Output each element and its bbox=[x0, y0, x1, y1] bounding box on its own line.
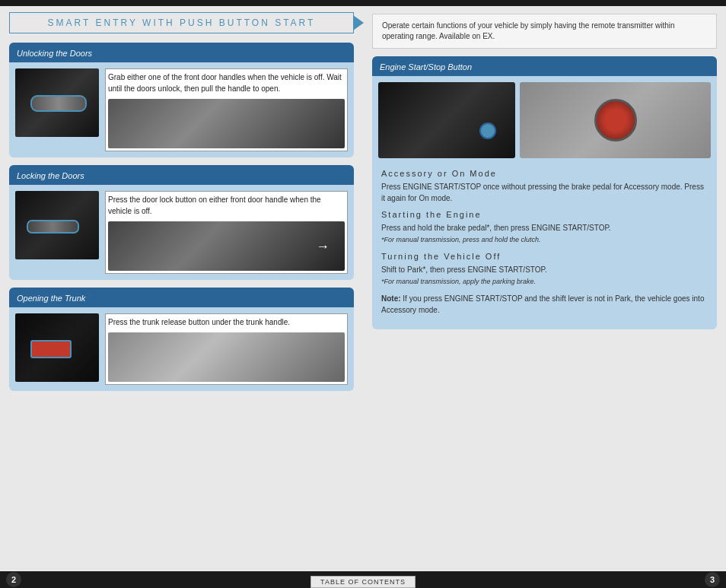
starting-engine-title: Starting the Engine bbox=[381, 210, 708, 219]
locking-text: Press the door lock button on either fro… bbox=[108, 194, 345, 217]
trunk-text: Press the trunk release button under the… bbox=[108, 316, 345, 328]
bottom-bar-right: 3 bbox=[363, 571, 726, 588]
trunk-header: Opening the Trunk bbox=[9, 288, 354, 307]
starting-engine-desc: Press and hold the brake pedal*, then pr… bbox=[381, 222, 708, 246]
door-handle-photo bbox=[15, 68, 99, 137]
trunk-title: Opening the Trunk bbox=[17, 294, 85, 303]
bottom-bar-left: 2 bbox=[0, 571, 363, 588]
turning-off-title: Turning the Vehicle Off bbox=[381, 252, 708, 261]
trunk-hand-photo bbox=[108, 332, 345, 382]
locking-header: Locking the Doors bbox=[9, 165, 354, 185]
unlocking-section: Unlocking the Doors Grab either one of t… bbox=[9, 43, 354, 157]
locking-photo-frame: Press the door lock button on either fro… bbox=[105, 191, 348, 274]
locking-hand-photo bbox=[108, 221, 345, 271]
unlocking-hand-photo bbox=[108, 99, 345, 148]
unlocking-photo-frame: Grab either one of the front door handle… bbox=[105, 68, 348, 151]
turning-off-note: Note: If you press ENGINE START/STOP and… bbox=[381, 293, 708, 316]
trunk-content: Press the trunk release button under the… bbox=[9, 307, 354, 391]
title-box: SMART ENTRY WITH PUSH BUTTON START bbox=[9, 12, 354, 33]
turning-off-footnote: *For manual transmission, apply the park… bbox=[381, 278, 536, 285]
starting-engine-footnote: *For manual transmission, press and hold… bbox=[381, 236, 541, 243]
trunk-photo-frame: Press the trunk release button under the… bbox=[105, 313, 348, 385]
title-arrow-icon bbox=[353, 15, 364, 30]
turning-off-desc: Shift to Park*, then press ENGINE START/… bbox=[381, 264, 708, 288]
unlocking-title: Unlocking the Doors bbox=[17, 49, 92, 58]
page-number-right: 3 bbox=[705, 572, 720, 587]
top-bar-right bbox=[363, 0, 726, 6]
engine-section: Engine Start/Stop Button Accessory or On… bbox=[372, 56, 717, 329]
page-container: SMART ENTRY WITH PUSH BUTTON START Unloc… bbox=[0, 0, 726, 588]
unlocking-header: Unlocking the Doors bbox=[9, 43, 354, 62]
engine-header: Engine Start/Stop Button bbox=[372, 56, 717, 76]
unlocking-text: Grab either one of the front door handle… bbox=[108, 72, 345, 94]
trunk-photo bbox=[15, 313, 99, 382]
door-lock-photo bbox=[15, 191, 99, 259]
right-top-desc: Operate certain functions of your vehicl… bbox=[372, 14, 717, 49]
steering-wheel-photo bbox=[378, 82, 515, 158]
engine-info: Accessory or On Mode Press ENGINE START/… bbox=[372, 164, 717, 329]
engine-title: Engine Start/Stop Button bbox=[380, 62, 472, 72]
accessory-mode-title: Accessory or On Mode bbox=[381, 169, 708, 178]
title-row: SMART ENTRY WITH PUSH BUTTON START bbox=[0, 6, 363, 35]
page-title: SMART ENTRY WITH PUSH BUTTON START bbox=[24, 17, 339, 28]
start-button-photo bbox=[520, 82, 711, 158]
page-right: Operate certain functions of your vehicl… bbox=[363, 0, 726, 588]
trunk-section: Opening the Trunk Press the trunk releas… bbox=[9, 288, 354, 391]
page-number-left: 2 bbox=[6, 572, 21, 587]
locking-content: Press the door lock button on either fro… bbox=[9, 185, 354, 280]
toc-button[interactable]: TABLE OF CONTENTS bbox=[310, 576, 416, 588]
accessory-mode-desc: Press ENGINE START/STOP once without pre… bbox=[381, 181, 708, 204]
locking-section: Locking the Doors Press the door lock bu… bbox=[9, 165, 354, 280]
page-left: SMART ENTRY WITH PUSH BUTTON START Unloc… bbox=[0, 0, 363, 588]
top-bar-left bbox=[0, 0, 363, 6]
engine-photos bbox=[372, 76, 717, 164]
unlocking-content: Grab either one of the front door handle… bbox=[9, 62, 354, 157]
right-desc-text: Operate certain functions of your vehicl… bbox=[382, 21, 675, 40]
locking-title: Locking the Doors bbox=[17, 171, 84, 180]
note-text: If you press ENGINE START/STOP and the s… bbox=[381, 294, 704, 314]
